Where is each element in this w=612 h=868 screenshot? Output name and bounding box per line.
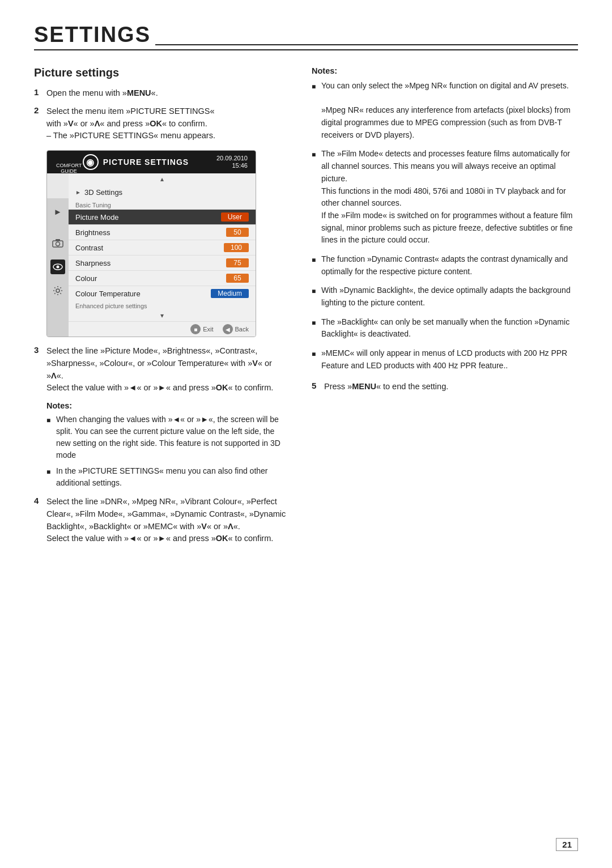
step-5-num: 5 [312,381,324,390]
right-note-text-1: You can only select the »Mpeg NR« functi… [321,80,578,141]
note-right-1: ■ You can only select the »Mpeg NR« func… [312,80,578,141]
right-note-bullet-2: ■ [312,150,317,160]
step-1-text: Open the menu with »MENU«. [46,87,158,100]
svg-point-1 [56,242,60,246]
right-note-bullet-3: ■ [312,255,317,266]
colour-temp-value: Medium [211,289,249,298]
step-3: 3 Select the line »Picture Mode«, »Brigh… [34,345,289,394]
section-title: Picture settings [34,66,289,79]
menu-arrow-down: ▾ [69,310,256,321]
note-left-1: ■ When changing the values with »◄« or »… [46,414,289,461]
colour-label: Colour [75,274,97,283]
svg-point-4 [57,266,60,269]
comfort-guide-label: COMFORT GUIDE [56,163,82,175]
menu-bottom-back: ◀ Back [223,324,249,334]
notes-left-title: Notes: [46,401,289,410]
menu-row-colour: Colour 65 [69,270,256,286]
menu-header: COMFORT GUIDE ◉ PICTURE SETTINGS 20.09.2… [47,151,256,173]
menu-row-sharpness: Sharpness 75 [69,255,256,270]
sidebar-camera-icon [50,236,65,250]
menu-arrow-up: ▴ [69,173,256,185]
back-label: Back [235,326,249,333]
menu-row-colour-temp: Colour Temperature Medium [69,286,256,301]
note-bullet-1: ■ [46,415,52,426]
step-3-num: 3 [34,345,46,355]
colour-value: 65 [226,274,249,283]
sidebar-arrow-icon: ► [50,204,65,219]
brightness-value: 50 [226,228,249,237]
menu-content: ▴ ► 3D Settings Basic Tuning Picture Mod… [69,173,256,337]
back-btn-icon: ◀ [223,324,233,334]
menu-basic-tuning-label: Basic Tuning [69,200,256,209]
menu-timestamp: 20.09.201015:46 [216,155,248,169]
menu-row-contrast: Contrast 100 [69,240,256,255]
page-number: 21 [556,838,578,851]
page-title: SETTINGS [34,23,578,50]
note-text-2: In the »PICTURE SETTINGS« menu you can a… [56,465,289,489]
menu-row-3d-settings: ► 3D Settings [69,185,256,200]
note-text-1: When changing the values with »◄« or »►«… [56,414,289,461]
colour-temp-label: Colour Temperature [75,290,141,298]
menu-row-picture-mode: Picture Mode User [69,209,256,224]
step-4-text: Select the line »DNR«, »Mpeg NR«, »Vibra… [46,496,289,545]
sidebar-eye-icon [50,259,65,274]
sharpness-value: 75 [226,258,249,267]
right-note-bullet-4: ■ [312,286,317,297]
3d-settings-label: 3D Settings [84,188,122,197]
menu-bottom-exit: ■ Exit [190,324,213,334]
picture-mode-value: User [221,212,249,222]
exit-btn-icon: ■ [190,324,201,334]
right-note-text-4: With »Dynamic Backlight«, the device opt… [321,284,578,309]
note-right-3: ■ The function »Dynamic Contrast« adapts… [312,253,578,278]
step-2-num: 2 [34,105,46,115]
note-right-4: ■ With »Dynamic Backlight«, the device o… [312,284,578,309]
exit-label: Exit [203,326,213,333]
right-note-text-6: »MEMC« will only appear in menus of LCD … [321,347,578,372]
step-5: 5 Press »MENU« to end the setting. [312,381,578,393]
menu-row-brightness: Brightness 50 [69,224,256,240]
step-1-num: 1 [34,87,46,97]
contrast-label: Contrast [75,244,103,252]
sidebar-settings-icon [50,283,65,298]
svg-point-5 [56,289,60,292]
menu-enhanced-label: Enhanced picture settings [69,301,256,310]
brightness-label: Brightness [75,228,110,237]
note-left-2: ■ In the »PICTURE SETTINGS« menu you can… [46,465,289,489]
step-4: 4 Select the line »DNR«, »Mpeg NR«, »Vib… [34,496,289,545]
sharpness-label: Sharpness [75,259,110,267]
note-right-2: ■ The »Film Mode« detects and processes … [312,148,578,246]
picture-settings-icon: ◉ [83,154,99,170]
menu-bottom-bar: ■ Exit ◀ Back [69,321,256,337]
menu-header-title: ◉ PICTURE SETTINGS [83,154,189,170]
right-note-bullet-1: ■ [312,82,317,92]
menu-screenshot: COMFORT GUIDE ◉ PICTURE SETTINGS 20.09.2… [46,150,256,337]
contrast-value: 100 [224,243,249,252]
step-1: 1 Open the menu with »MENU«. [34,87,289,100]
note-bullet-2: ■ [46,467,52,477]
step-4-num: 4 [34,496,46,505]
picture-mode-label: Picture Mode [75,213,119,222]
notes-left-block: Notes: ■ When changing the values with »… [46,401,289,489]
note-right-5: ■ The »Backlight« can only be set manual… [312,316,578,341]
right-note-text-5: The »Backlight« can only be set manually… [321,316,578,341]
note-right-6: ■ »MEMC« will only appear in menus of LC… [312,347,578,372]
step-5-text: Press »MENU« to end the setting. [324,381,448,393]
menu-sidebar: ► [47,198,69,337]
svg-rect-2 [56,239,60,241]
right-note-bullet-5: ■ [312,318,317,329]
step-2: 2 Select the menu item »PICTURE SETTINGS… [34,105,289,142]
step-3-text: Select the line »Picture Mode«, »Brightn… [46,345,289,394]
step-2-text: Select the menu item »PICTURE SETTINGS« … [46,105,215,142]
right-note-text-3: The function »Dynamic Contrast« adapts t… [321,253,578,278]
right-note-text-2: The »Film Mode« detects and processes fe… [321,148,578,246]
right-note-bullet-6: ■ [312,349,317,360]
notes-right-title: Notes: [312,66,578,75]
